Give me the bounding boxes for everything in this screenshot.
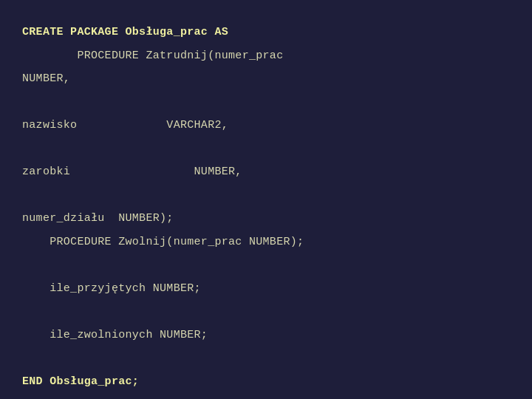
- code-text-6: [22, 137, 29, 161]
- code-text-8: [22, 184, 29, 208]
- code-line-1: CREATE PACKAGE Obsługa_prac AS: [22, 21, 510, 44]
- code-line-14: ile_zwolnionych NUMBER;: [22, 324, 510, 347]
- code-line-6: [22, 137, 510, 161]
- keyword-create: CREATE PACKAGE Obsługa_prac AS: [22, 21, 228, 44]
- code-line-7: zarobki NUMBER,: [22, 160, 510, 184]
- code-text-4: [22, 91, 29, 115]
- code-text-9: numer_działu NUMBER);: [22, 207, 174, 231]
- code-text-2: PROCEDURE Zatrudnij(numer_prac: [22, 44, 283, 68]
- code-text-7: zarobki NUMBER,: [22, 160, 242, 184]
- code-line-16: END Obsługa_prac;: [22, 370, 510, 394]
- code-text-15: [22, 347, 29, 370]
- code-line-9: numer_działu NUMBER);: [22, 207, 510, 231]
- slide: CREATE PACKAGE Obsługa_prac AS PROCEDURE…: [0, 0, 532, 399]
- code-line-11: [22, 253, 510, 277]
- code-text-11: [22, 253, 29, 277]
- code-line-8: [22, 184, 510, 208]
- code-text-10: PROCEDURE Zwolnij(numer_prac NUMBER);: [22, 231, 304, 254]
- code-text-14: ile_zwolnionych NUMBER;: [22, 324, 208, 347]
- code-line-4: [22, 91, 510, 115]
- code-line-10: PROCEDURE Zwolnij(numer_prac NUMBER);: [22, 231, 510, 254]
- code-line-5: nazwisko VARCHAR2,: [22, 114, 510, 137]
- code-line-15: [22, 347, 510, 370]
- code-area: CREATE PACKAGE Obsługa_prac AS PROCEDURE…: [0, 0, 532, 399]
- code-text-13: [22, 300, 29, 324]
- code-line-13: [22, 300, 510, 324]
- code-text-3: NUMBER,: [22, 67, 70, 91]
- code-line-3: NUMBER,: [22, 67, 510, 91]
- code-line-12: ile_przyjętych NUMBER;: [22, 277, 510, 301]
- code-text-16: END Obsługa_prac;: [22, 370, 139, 394]
- code-text-5: nazwisko VARCHAR2,: [22, 114, 228, 137]
- code-text-12: ile_przyjętych NUMBER;: [22, 277, 201, 301]
- code-line-2: PROCEDURE Zatrudnij(numer_prac: [22, 44, 510, 68]
